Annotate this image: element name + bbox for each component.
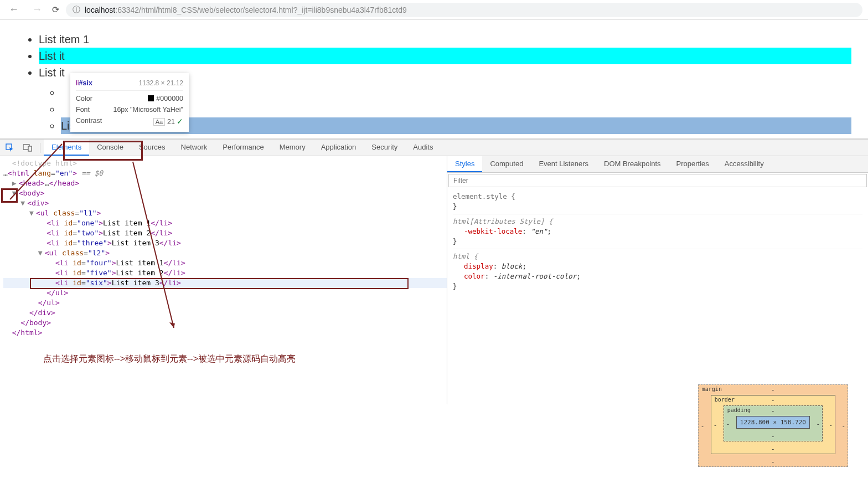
dom-line[interactable]: <li id="two">List item 2</li> (3, 228, 447, 238)
dom-line[interactable]: </html> (3, 328, 447, 338)
dom-line[interactable]: ▼<ul class="l2"> (3, 248, 447, 258)
subtab-properties[interactable]: Properties (669, 156, 717, 172)
annotation-box (63, 141, 143, 161)
back-button[interactable]: ← (6, 2, 22, 18)
subtab-styles[interactable]: Styles (447, 156, 482, 172)
styles-filter[interactable] (448, 174, 867, 187)
styles-rules[interactable]: element.style { } html[Attributes Style]… (447, 188, 868, 295)
annotation-box-inspector (1, 188, 18, 203)
subtab-accessibility[interactable]: Accessibility (717, 156, 772, 172)
devtools: Elements Console Sources Network Perform… (0, 138, 868, 404)
elements-panel[interactable]: <!doctype html> …<html lang="en"> == $0 … (0, 156, 447, 404)
dom-line[interactable]: ▼<body> (3, 188, 447, 198)
list-item: List it (39, 48, 851, 64)
dom-line[interactable]: </ul> (3, 288, 447, 298)
tab-performance[interactable]: Performance (215, 140, 271, 156)
subtab-dombreakpoints[interactable]: DOM Breakpoints (596, 156, 669, 172)
annotation-box-code (30, 278, 409, 289)
annotation-text: 点击选择元素图标-->移动鼠标到元素-->被选中元素源码自动高亮 (43, 353, 447, 365)
browser-toolbar: ← → ⟳ ⓘ localhost:63342/html/html8_CSS/w… (0, 0, 868, 20)
svg-rect-5 (28, 146, 32, 151)
dom-line[interactable]: …<html lang="en"> == $0 (3, 168, 447, 178)
styles-tabbar: Styles Computed Event Listeners DOM Brea… (447, 156, 868, 173)
info-icon: ⓘ (73, 5, 80, 15)
dom-line[interactable]: <li id="five">List item 2</li> (3, 268, 447, 278)
forward-button[interactable]: → (29, 2, 45, 18)
page-viewport: List item 1 List it List it List item 3 … (0, 20, 868, 138)
dom-line[interactable]: ▶<head>…</head> (3, 178, 447, 188)
styles-filter-input[interactable] (449, 174, 866, 187)
inspect-element-button[interactable] (1, 143, 19, 152)
dom-line[interactable]: ▼<ul class="l1"> (3, 208, 447, 218)
dom-line[interactable]: </ul> (3, 298, 447, 308)
url-text: localhost:63342/html/html8_CSS/web/selec… (85, 6, 407, 14)
tab-network[interactable]: Network (173, 140, 215, 156)
list-item: List item 1 (39, 31, 851, 48)
address-bar[interactable]: ⓘ localhost:63342/html/html8_CSS/web/sel… (66, 3, 862, 17)
element-tooltip: li#six 1132.8 × 21.12 Color#000000 Font1… (70, 73, 189, 132)
tab-application[interactable]: Application (313, 140, 364, 156)
tab-security[interactable]: Security (364, 140, 405, 156)
device-toolbar-button[interactable] (19, 144, 37, 152)
subtab-computed[interactable]: Computed (482, 156, 531, 172)
styles-sidebar: Styles Computed Event Listeners DOM Brea… (447, 156, 868, 404)
tab-audits[interactable]: Audits (405, 140, 441, 156)
tab-memory[interactable]: Memory (272, 140, 313, 156)
dom-line[interactable]: <li id="three">List item 3</li> (3, 238, 447, 248)
dom-line[interactable]: <li id="one">List item 1</li> (3, 218, 447, 228)
dom-line[interactable]: <li id="four">List item 1</li> (3, 258, 447, 268)
dom-line[interactable]: ▼<div> (3, 198, 447, 208)
box-model: margin - - - - border - - - - padding (698, 384, 848, 404)
dom-line[interactable]: </div> (3, 308, 447, 318)
reload-button[interactable]: ⟳ (52, 4, 59, 15)
dom-line[interactable]: </body> (3, 318, 447, 328)
subtab-eventlisteners[interactable]: Event Listeners (531, 156, 596, 172)
